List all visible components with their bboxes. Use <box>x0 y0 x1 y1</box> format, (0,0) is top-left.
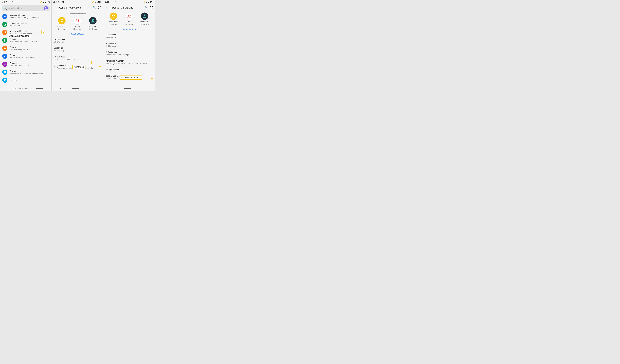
user-avatar[interactable] <box>44 6 48 10</box>
back-nav-btn-3[interactable]: ‹ <box>112 87 112 90</box>
help-button-3[interactable]: ? <box>150 6 153 9</box>
default-apps-menu-item[interactable]: Default apps Chrome, Phone, and Messages <box>52 54 103 62</box>
emergency-alerts-menu-item[interactable]: Emergency alerts <box>103 67 155 73</box>
app-keep-notes-2[interactable]: Keep Notes 1 min. ago <box>58 17 66 30</box>
keep-name-2: Keep Notes <box>58 25 66 27</box>
settings-item-sound[interactable]: Sound Volume, vibration, Do Not Disturb <box>0 52 51 60</box>
special-app-access-annotation-box: Special app access <box>120 76 142 80</box>
privacy-title: Privacy <box>10 70 49 72</box>
screen-time-menu-item[interactable]: Screen time 1h 30m today <box>52 45 103 54</box>
back-button-3[interactable]: ← <box>105 6 109 9</box>
app-keep-notes-3[interactable]: Keep Notes 1 min. ago <box>109 13 118 25</box>
sound-subtitle: Volume, vibration, Do Not Disturb <box>10 57 49 59</box>
amazon-time-3: 68 min. ago <box>140 24 149 25</box>
dots-1: ••• <box>13 1 15 3</box>
settings-item-privacy[interactable]: Privacy Permissions, account activity, p… <box>0 68 51 76</box>
panel-2-header: ← Apps & notifications 🔍 ? <box>52 4 103 11</box>
notifications-menu-item-3[interactable]: Notifications Off for 9 apps <box>103 32 155 40</box>
notifications-title-3: Notifications <box>106 33 153 36</box>
screen-time-menu-item-3[interactable]: Screen time 1h 30m today <box>103 40 155 49</box>
temp-3: 44° <box>114 1 116 3</box>
display-title: Display <box>10 46 49 48</box>
screen-time-subtitle-3: 1h 30m today <box>106 45 153 47</box>
default-apps-menu-item-3[interactable]: Default apps Chrome, Phone, and Messages <box>103 49 155 58</box>
notifications-menu-item[interactable]: Notifications Off for 9 apps <box>52 36 103 45</box>
back-nav-btn-2[interactable]: ‹ <box>60 87 61 90</box>
settings-item-display[interactable]: Display Wallpaper, sleep, font size <box>0 44 51 52</box>
gmail-icon-3: M <box>125 13 133 20</box>
network-icon-circle <box>2 14 7 19</box>
help-button-2[interactable]: ? <box>98 6 101 9</box>
keep-time-3: 1 min. ago <box>110 24 117 25</box>
location-title: Location <box>10 79 49 81</box>
panel-3-title: Apps & notifications <box>111 6 142 9</box>
permission-manager-menu-item[interactable]: Permission manager Apps using microphone… <box>103 58 155 67</box>
connected-subtitle: Bluetooth, NFC <box>10 25 49 27</box>
advanced-connector <box>92 61 92 64</box>
advanced-yellow-dot <box>99 66 101 67</box>
battery-pct-2: 57% <box>98 1 101 3</box>
network-title: Network & internet <box>10 14 49 17</box>
privacy-subtitle: Permissions, account activity, personal … <box>10 72 49 75</box>
panel-2: 11:09 ↻ ••• 44° ••• 🔑 ▲ ▲ 57% ← Apps & n… <box>52 0 103 91</box>
amazon-name-2: Amazon K.. <box>89 25 97 27</box>
signal-dots-2: ••• <box>60 1 62 3</box>
app-amazon-2[interactable]: Amazon K.. 68 min. ago <box>89 17 97 30</box>
see-all-apps-3[interactable]: See all 180 apps <box>103 27 155 32</box>
signal-icon-2: ▲ <box>96 1 98 3</box>
menu-list-2: Notifications Off for 9 apps Screen time… <box>52 36 103 86</box>
connector-line-1 <box>41 30 42 34</box>
lock-icon-1: 🔑 <box>40 1 42 3</box>
connected-title: Connected devices <box>10 22 49 25</box>
sound-title: Sound <box>10 54 49 57</box>
svg-point-1 <box>45 7 46 9</box>
apps-icon-circle <box>2 30 7 35</box>
status-bar-1: 11:09 ↻ ••• 44° ••• 🔑 ▲ ▲ 58% <box>0 0 51 4</box>
settings-item-location[interactable]: Location <box>0 76 51 84</box>
bottom-nav-3: ‹ <box>103 86 155 91</box>
panel-3-icons: 🔍 ? <box>144 6 153 9</box>
lock-icon-3: 🔑 <box>144 1 146 3</box>
settings-item-network[interactable]: Network & internet Wi-Fi, mobile, data u… <box>0 13 51 20</box>
apps-yellow-dot <box>43 32 44 33</box>
privacy-text: Privacy Permissions, account activity, p… <box>10 70 49 75</box>
status-time-1: 11:09 ↻ ••• 44° ••• <box>2 1 15 3</box>
search-input[interactable]: Search settings <box>8 7 42 9</box>
special-access-yellow-dot <box>151 78 153 79</box>
home-bar-2 <box>72 88 79 89</box>
sound-text: Sound Volume, vibration, Do Not Disturb <box>10 54 49 59</box>
gmail-name-2: Gmail <box>75 25 80 27</box>
sound-icon-circle <box>2 54 7 59</box>
connected-text: Connected devices Bluetooth, NFC <box>10 22 49 27</box>
battery-icon-circle <box>2 38 7 43</box>
gmail-name-3: Gmail <box>127 21 131 23</box>
status-icons-1: 🔑 ▲ ▲ 58% <box>40 1 50 3</box>
search-button-2[interactable]: 🔍 <box>92 6 96 9</box>
signal-icon-3: ▲ <box>148 1 150 3</box>
privacy-icon-circle <box>2 70 7 75</box>
amazon-icon-2 <box>89 17 96 24</box>
recently-apps-3: Keep Notes 1 min. ago M Gmail 68 min. ag… <box>103 11 155 27</box>
sync-icon-1: ↻ <box>6 1 8 3</box>
settings-list: Network & internet Wi-Fi, mobile, data u… <box>0 13 51 86</box>
back-button-2[interactable]: ← <box>53 6 57 9</box>
gmail-time-3: 68 min. ago <box>125 24 133 25</box>
settings-item-connected[interactable]: Connected devices Bluetooth, NFC <box>0 20 51 29</box>
notifications-subtitle-3: Off for 9 apps <box>106 36 153 39</box>
search-icon: 🔍 <box>4 7 7 10</box>
see-all-apps-2[interactable]: See all 180 apps <box>52 31 103 36</box>
battery-subtitle: 58% - Should last until about 3.30 PM <box>10 41 49 43</box>
bottom-nav-2: ‹ <box>52 86 103 91</box>
storage-subtitle: 26% used - 94.46 GB free <box>10 64 49 67</box>
dots-2: ••• <box>65 1 67 3</box>
app-gmail-2[interactable]: M Gmail 68 min. ago <box>73 17 81 30</box>
app-gmail-3[interactable]: M Gmail 68 min. ago <box>125 13 133 25</box>
search-bar[interactable]: 🔍 Search settings <box>2 5 50 11</box>
display-subtitle: Wallpaper, sleep, font size <box>10 48 49 51</box>
app-amazon-3[interactable]: Amazon K.. 68 min. ago <box>140 13 149 25</box>
temp-1: 44° <box>10 1 13 3</box>
wifi-icon-3: ▲ <box>146 1 148 3</box>
recently-apps-2: Keep Notes 1 min. ago M Gmail 68 min. ag… <box>52 16 103 31</box>
settings-item-storage[interactable]: Storage 26% used - 94.46 GB free <box>0 60 51 68</box>
search-button-3[interactable]: 🔍 <box>144 6 148 9</box>
